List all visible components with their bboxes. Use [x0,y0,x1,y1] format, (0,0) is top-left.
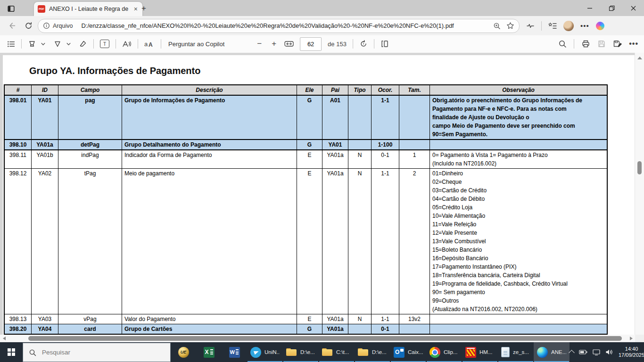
draw-tool-button[interactable] [53,38,62,50]
rotate-icon [359,40,368,48]
cell-ocor: 1-1 [372,169,399,314]
favorites-list-icon[interactable] [548,22,557,30]
scroll-right-icon[interactable] [630,337,633,340]
cell-campo: tPag [58,169,122,314]
search-document-button[interactable] [558,38,567,50]
profile-avatar[interactable] [563,21,574,31]
horizontal-scrollbar[interactable] [0,335,635,342]
print-button[interactable] [581,38,590,50]
taskbar-item-ultraedit[interactable] [171,342,196,362]
add-text-button[interactable]: T [100,38,109,50]
start-button[interactable] [0,342,23,362]
taskbar-item-edge[interactable]: ANE... [534,342,570,362]
browser-menu-icon[interactable]: ••• [580,22,589,30]
volume-icon[interactable] [605,349,613,355]
toc-button[interactable] [7,38,15,50]
close-icon [630,5,636,11]
taskbar-item-label: D:\e... [300,349,315,355]
fit-width-icon [284,40,294,48]
scroll-left-icon[interactable] [3,337,6,340]
toc-icon [7,40,15,48]
cell-num: 398.20 [5,324,32,334]
cell-id: YA04 [32,324,58,334]
pdf-more-options-icon[interactable]: ••• [629,38,638,50]
column-header-descricao: Descrição [122,85,297,95]
highlight-tool-button[interactable] [28,38,36,50]
zoom-out-button[interactable]: − [255,38,264,50]
cell-tam [399,96,430,139]
url-field[interactable]: Arquivo D:/enzza/classe_nfe_nfce/ANEXO%2… [38,19,520,33]
taskbar-item-label: ze_s... [513,349,529,355]
cell-id: YA01 [32,96,58,139]
taskbar-item-chrome[interactable]: Clip... [426,342,462,362]
search-input[interactable] [41,348,137,356]
restore-button[interactable] [601,0,622,16]
battery-icon[interactable] [579,349,587,355]
tray-chevron-icon[interactable] [569,350,575,356]
cell-ocor: 0-1 [372,150,399,168]
copilot-icon[interactable] [596,22,604,30]
favorite-star-icon[interactable] [506,22,514,30]
zoom-in-button[interactable]: + [270,38,278,50]
taskbar-item-label: C:\t... [336,349,349,355]
cell-ele: E [297,169,322,314]
zoom-page-icon[interactable] [493,22,501,30]
vertical-tabs-button[interactable] [6,3,16,14]
folder-icon [286,347,297,358]
vertical-scroll-thumb[interactable] [637,161,642,174]
tab-close-icon[interactable]: × [133,6,139,12]
cell-ocor: 0-1 [372,324,399,334]
new-tab-button[interactable]: + [141,4,146,13]
cell-campo: vPag [58,314,122,324]
back-button[interactable] [5,19,18,33]
browser-essentials-icon[interactable] [526,22,535,30]
taskbar-item-word[interactable] [222,342,247,362]
save-button[interactable] [597,38,606,50]
page-view-button[interactable] [380,38,389,50]
system-tray: 14:40 17/09/2025 [570,342,644,362]
browser-titlebar: PDF ANEXO I - Leiaute e Regra de Vali × … [0,0,644,16]
cell-tipo: N [348,150,372,168]
close-button[interactable] [622,0,644,16]
taskbar-item-telegram[interactable]: UniN... [247,342,283,362]
browser-tab[interactable]: PDF ANEXO I - Leiaute e Regra de Vali × [34,2,142,16]
taskbar-item-outlook[interactable]: Caix... [390,342,426,362]
horizontal-scroll-thumb[interactable] [28,336,622,341]
taskbar-item-notepad[interactable]: ze_s... [498,342,534,362]
telegram-icon [250,347,261,358]
rotate-button[interactable] [359,38,368,50]
taskbar-item-excel[interactable] [196,342,222,362]
translate-button[interactable]: aA [144,38,155,50]
minimize-button[interactable] [579,0,601,16]
network-icon[interactable] [593,349,600,355]
taskbar-item-explorer-1[interactable]: D:\e... [283,342,319,362]
ask-copilot-button[interactable]: Perguntar ao Copilot [168,41,224,48]
highlight-options-chevron-icon[interactable] [39,38,47,50]
page-number-input[interactable] [300,37,322,51]
refresh-icon [25,22,33,30]
taskbar-item-explorer-3[interactable]: D:\e... [355,342,390,362]
taskbar-clock[interactable]: 14:40 17/09/2025 [619,346,644,359]
draw-options-chevron-icon[interactable] [64,38,73,50]
refresh-button[interactable] [22,19,35,33]
cell-tipo: N [348,169,372,314]
cell-tipo [348,140,372,149]
taskbar-item-explorer-2[interactable]: C:\t... [319,342,355,362]
cell-id: YA01b [32,150,58,168]
cell-tipo: N [348,314,372,324]
save-icon [597,40,606,48]
vertical-scrollbar[interactable] [635,53,644,335]
fit-to-width-button[interactable] [284,38,294,50]
print-icon [581,40,590,48]
taskbar-search[interactable] [23,343,171,362]
eraser-icon [79,40,87,48]
read-aloud-button[interactable] [122,38,132,50]
scroll-up-icon[interactable] [637,57,642,59]
save-as-button[interactable] [613,38,622,50]
taskbar-item-hm[interactable]: HM... [462,342,498,362]
column-header-tipo: Tipo [348,85,372,95]
taskbar-item-label: Caix... [408,349,423,355]
cell-descricao: Grupo Detalhamento do Pagamento [122,140,297,149]
eraser-button[interactable] [79,38,87,50]
document-title: Grupo YA. Informações de Pagamento [29,66,635,76]
